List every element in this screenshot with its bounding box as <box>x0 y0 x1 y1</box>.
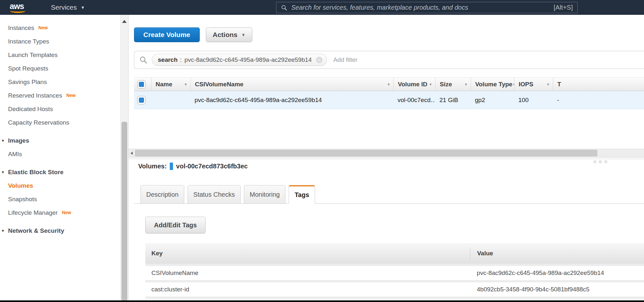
sidebar-section-network-security[interactable]: ▼ Network & Security <box>0 224 120 238</box>
row-separator <box>145 280 644 282</box>
select-all-cell <box>134 78 151 91</box>
filter-tag-separator: : <box>180 56 181 63</box>
services-menu[interactable]: Services ▼ <box>51 4 85 11</box>
scroll-up-icon[interactable] <box>122 20 127 23</box>
section-caret-icon: ▼ <box>1 170 5 175</box>
pane-resize-grip-icon[interactable] <box>593 160 607 163</box>
pane-divider <box>129 159 644 159</box>
sidebar-item-instances[interactable]: Instances New <box>0 21 120 35</box>
cell-throughput: - <box>553 91 644 109</box>
selection-marker-icon <box>170 163 173 170</box>
sidebar-item-launch-templates[interactable]: Launch Templates <box>0 48 120 62</box>
filter-tag[interactable]: search : pvc-8ac9d62c-c645-495a-989a-ac2… <box>152 54 327 66</box>
ec2-sidebar: Instances New Instance Types Launch Temp… <box>0 15 120 300</box>
chevron-down-icon: ▼ <box>241 33 245 37</box>
main-pane: Create Volume Actions ▼ search : pvc-8ac… <box>129 15 644 300</box>
tab-description[interactable]: Description <box>140 185 184 204</box>
cell-volume-id: vol-00c7ecd… <box>393 91 435 109</box>
sidebar-item-volumes[interactable]: Volumes <box>0 179 120 193</box>
tag-value: 4b092cb5-3458-4f90-9b4c-5081bf9488c5 <box>470 286 644 293</box>
add-edit-tags-button[interactable]: Add/Edit Tags <box>145 217 206 233</box>
create-volume-button[interactable]: Create Volume <box>134 27 200 42</box>
new-badge: New <box>66 93 76 98</box>
section-caret-icon: ▼ <box>1 138 5 143</box>
search-icon <box>139 56 148 64</box>
volumes-table-header: Name ▼ CSIVolumeName ▼ Volume ID ▼ Size … <box>134 77 644 91</box>
column-header-volume-type[interactable]: Volume Type ▼ <box>471 78 514 91</box>
column-header-name[interactable]: Name ▼ <box>151 78 190 91</box>
sidebar-scrollbar[interactable] <box>120 15 129 300</box>
aws-logo[interactable]: aws <box>10 2 28 13</box>
global-search-input[interactable] <box>291 4 551 11</box>
filter-tag-key: search <box>158 56 178 63</box>
filter-tag-value: pvc-8ac9d62c-c645-495a-989a-ac292ee59b14 <box>185 56 312 63</box>
aws-smile-icon <box>10 9 25 13</box>
sidebar-item-capacity-reservations[interactable]: Capacity Reservations <box>0 116 120 129</box>
horizontal-scrollbar[interactable] <box>129 149 644 157</box>
sidebar-item-spot-requests[interactable]: Spot Requests <box>0 62 120 75</box>
cell-name <box>151 91 190 109</box>
tag-value: pvc-8ac9d62c-c645-495a-989a-ac292ee59b14 <box>470 269 644 277</box>
column-header-volume-id[interactable]: Volume ID ▼ <box>393 78 435 91</box>
tags-column-key: Key <box>145 250 470 257</box>
sort-icon: ▼ <box>184 82 187 86</box>
sort-icon: ▼ <box>429 82 432 86</box>
sidebar-section-elastic-block-store[interactable]: ▼ Elastic Block Store <box>0 165 120 179</box>
sort-icon: ▼ <box>546 82 550 86</box>
tag-key: cast:cluster-id <box>145 286 470 293</box>
row-separator <box>145 297 644 299</box>
tab-tags[interactable]: Tags <box>289 185 315 204</box>
tab-monitoring[interactable]: Monitoring <box>244 185 285 204</box>
row-checkbox[interactable] <box>137 96 146 104</box>
row-separator <box>145 264 644 266</box>
select-all-checkbox[interactable] <box>137 80 146 89</box>
sidebar-item-snapshots[interactable]: Snapshots <box>0 193 120 206</box>
volumes-table: Name ▼ CSIVolumeName ▼ Volume ID ▼ Size … <box>134 77 644 109</box>
cell-size: 21 GiB <box>435 91 471 109</box>
remove-filter-icon[interactable]: × <box>316 57 322 63</box>
sidebar-item-reserved-instances[interactable]: Reserved Instances New <box>0 89 120 102</box>
tags-table: Key Value CSIVolumeName pvc-8ac9d62c-c64… <box>145 243 644 299</box>
detail-tabstrip: Description Status Checks Monitoring Tag… <box>134 185 644 204</box>
section-caret-icon: ▼ <box>1 229 5 233</box>
detail-volume-id: vol-00c7ecd873c6fb3ec <box>176 163 248 170</box>
tag-key: CSIVolumeName <box>145 269 470 277</box>
new-badge: New <box>38 25 48 30</box>
tag-row: cast:cluster-id 4b092cb5-3458-4f90-9b4c-… <box>145 282 644 297</box>
tag-row: CSIVolumeName pvc-8ac9d62c-c645-495a-989… <box>145 266 644 280</box>
sidebar-section-images[interactable]: ▼ Images <box>0 134 120 147</box>
content-row: Instances New Instance Types Launch Temp… <box>0 15 644 300</box>
search-shortcut-hint: [Alt+S] <box>554 4 573 11</box>
sort-icon: ▼ <box>387 82 390 86</box>
column-header-csivolumename[interactable]: CSIVolumeName ▼ <box>190 78 393 91</box>
services-label: Services <box>51 4 77 11</box>
window-bottom-edge <box>0 300 644 302</box>
column-header-iops[interactable]: IOPS ▼ <box>514 78 553 91</box>
tab-status-checks[interactable]: Status Checks <box>187 185 241 204</box>
volume-row[interactable]: pvc-8ac9d62c-c645-495a-989a-ac292ee59b14… <box>134 91 644 109</box>
aws-console-window: aws Services ▼ [Alt+S] Instances New Ins… <box>0 0 644 302</box>
sidebar-item-savings-plans[interactable]: Savings Plans <box>0 75 120 89</box>
horizontal-scrollbar-thumb[interactable] <box>135 150 597 156</box>
sidebar-item-dedicated-hosts[interactable]: Dedicated Hosts <box>0 102 120 116</box>
sidebar-item-instance-types[interactable]: Instance Types <box>0 35 120 48</box>
new-badge: New <box>62 210 71 215</box>
chevron-down-icon: ▼ <box>81 5 85 10</box>
column-header-size[interactable]: Size ▼ <box>435 78 471 91</box>
global-search-box[interactable]: [Alt+S] <box>276 2 578 13</box>
tags-column-value: Value <box>470 248 644 259</box>
sidebar-item-amis[interactable]: AMIs <box>0 147 120 161</box>
cell-volume-type: gp2 <box>471 91 514 109</box>
search-icon <box>281 5 287 11</box>
sidebar-scrollbar-thumb[interactable] <box>121 122 127 300</box>
actions-button[interactable]: Actions ▼ <box>206 27 252 42</box>
column-header-throughput[interactable]: T <box>553 78 644 91</box>
tags-table-header: Key Value <box>145 243 644 264</box>
detail-title-prefix: Volumes: <box>138 163 167 170</box>
top-navbar: aws Services ▼ [Alt+S] <box>0 0 644 15</box>
scroll-left-icon[interactable] <box>130 152 133 155</box>
sidebar-item-lifecycle-manager[interactable]: Lifecycle Manager New <box>0 206 120 220</box>
add-filter-button[interactable]: Add filter <box>333 56 358 63</box>
filter-bar[interactable]: search : pvc-8ac9d62c-c645-495a-989a-ac2… <box>134 51 644 69</box>
detail-heading: Volumes: vol-00c7ecd873c6fb3ec <box>138 163 248 170</box>
